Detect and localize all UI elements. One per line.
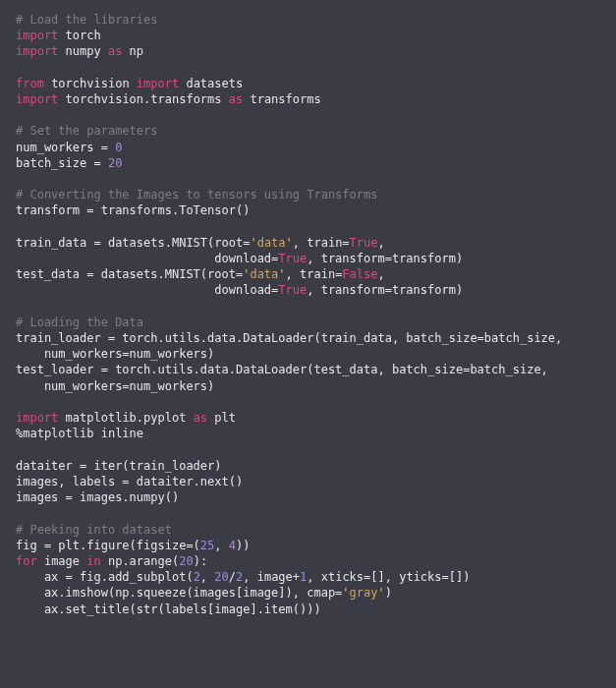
code-text: images, labels = dataiter.next() xyxy=(16,475,243,488)
code-text: ax.set_title(str(labels[image].item())) xyxy=(16,602,321,616)
boolean: True xyxy=(278,252,307,265)
code-text: )) xyxy=(236,539,250,552)
quote: ' xyxy=(377,586,384,600)
code-text: , transform=transform) xyxy=(307,283,463,297)
code-text: ) xyxy=(385,586,392,600)
code-text: numpy xyxy=(58,44,108,58)
keyword-as: as xyxy=(108,44,122,58)
keyword-in: in xyxy=(86,554,100,568)
code-text: , train= xyxy=(293,236,350,250)
code-text: num_workers = xyxy=(16,141,115,154)
code-text: torchvision.transforms xyxy=(58,92,228,106)
number: 2 xyxy=(194,570,200,584)
code-text: train_loader = torch.utils.data.DataLoad… xyxy=(16,331,562,345)
code-text: transforms xyxy=(243,92,320,106)
code-text: datasets xyxy=(179,77,243,90)
code-text: test_data = datasets.MNIST(root= xyxy=(16,267,243,281)
code-text: ax = fig.add_subplot( xyxy=(16,570,194,584)
keyword-import: import xyxy=(16,44,58,58)
code-text: np xyxy=(122,44,143,58)
keyword-import: import xyxy=(16,411,58,425)
code-text: / xyxy=(229,570,236,584)
code-text: transform = transforms.ToTensor() xyxy=(16,203,250,217)
string: data xyxy=(257,236,286,250)
code-text: torchvision xyxy=(44,77,137,90)
code-text: , image+ xyxy=(243,570,300,584)
code-text: num_workers=num_workers) xyxy=(16,347,214,361)
code-text: np.arange( xyxy=(101,554,179,568)
code-text: dataiter = iter(train_loader) xyxy=(16,459,222,473)
quote: ' xyxy=(250,236,256,250)
code-text: batch_size = xyxy=(16,156,108,170)
string: data xyxy=(250,267,278,281)
code-text: images = images.numpy() xyxy=(16,490,179,504)
number: 20 xyxy=(214,570,228,584)
code-text: matplotlib.pyplot xyxy=(58,411,193,425)
code-text: , xyxy=(214,539,228,552)
number: 0 xyxy=(115,141,122,154)
quote: ' xyxy=(342,586,349,600)
code-text: %matplotlib inline xyxy=(16,427,143,440)
code-text: , xyxy=(377,267,384,281)
quote: ' xyxy=(286,236,293,250)
code-block: # Load the libraries import torch import… xyxy=(0,0,616,629)
code-text: torch xyxy=(58,29,100,42)
boolean: True xyxy=(350,236,378,250)
code-text: , train= xyxy=(286,267,343,281)
comment: # Converting the Images to tensors using… xyxy=(16,188,377,201)
code-text: plt xyxy=(207,411,236,425)
code-text: ax.imshow(np.squeeze(images[image]), cma… xyxy=(16,586,342,600)
keyword-for: for xyxy=(16,554,37,568)
comment: # Load the libraries xyxy=(16,13,158,27)
code-text: num_workers=num_workers) xyxy=(16,379,214,393)
code-text: train_data = datasets.MNIST(root= xyxy=(16,236,250,250)
boolean: False xyxy=(342,267,377,281)
quote: ' xyxy=(278,267,285,281)
code-text: , transform=transform) xyxy=(307,252,463,265)
keyword-from: from xyxy=(16,77,44,90)
number: 4 xyxy=(229,539,236,552)
code-text: , xyxy=(378,236,385,250)
keyword-import: import xyxy=(16,92,58,106)
code-text: test_loader = torch.utils.data.DataLoade… xyxy=(16,363,548,376)
keyword-as: as xyxy=(229,92,243,106)
code-text: , xyxy=(200,570,214,584)
code-text: ): xyxy=(194,554,207,568)
string: gray xyxy=(350,586,378,600)
boolean: True xyxy=(278,283,307,297)
keyword-import: import xyxy=(16,29,58,42)
code-text: download= xyxy=(16,283,278,297)
comment: # Set the parameters xyxy=(16,124,158,138)
number: 25 xyxy=(200,539,214,552)
number: 20 xyxy=(108,156,122,170)
code-text: image xyxy=(37,554,87,568)
number: 20 xyxy=(179,554,193,568)
keyword-import: import xyxy=(137,77,179,90)
code-text: , xticks=[], yticks=[]) xyxy=(307,570,470,584)
comment: # Loading the Data xyxy=(16,315,143,329)
comment: # Peeking into dataset xyxy=(16,523,172,537)
code-text: fig = plt.figure(figsize=( xyxy=(16,539,200,552)
code-text: download= xyxy=(16,252,278,265)
keyword-as: as xyxy=(194,411,207,425)
